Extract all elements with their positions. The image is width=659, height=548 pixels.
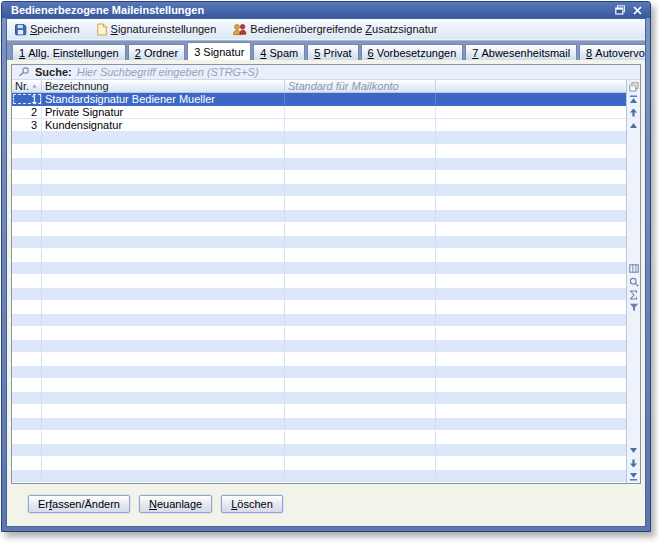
empty-cell (436, 301, 626, 314)
empty-cell (285, 366, 436, 378)
empty-cell (12, 171, 42, 184)
filter-button[interactable] (628, 302, 639, 313)
empty-cell (285, 340, 436, 352)
search-input[interactable]: Hier Suchbegriff eingeben (STRG+S) (77, 66, 259, 78)
empty-cell (285, 327, 436, 340)
neuanlage-button[interactable]: Neuanlage (139, 495, 212, 513)
erfassen-aendern-button[interactable]: Erfassen/Ändern (28, 495, 130, 513)
cell-bezeichnung[interactable]: Private Signatur (42, 106, 285, 118)
tab-signatur[interactable]: 3 Signatur (187, 42, 251, 60)
previous-row-button[interactable] (628, 120, 639, 131)
zoom-icon (629, 277, 639, 287)
save-floppy-icon (14, 23, 27, 36)
restore-icon (615, 5, 626, 15)
empty-grid-row (12, 249, 626, 262)
column-chooser-icon (629, 82, 639, 92)
table-row[interactable]: 2 Private Signatur (12, 106, 626, 119)
column-header-empty[interactable] (436, 80, 626, 92)
tab-autovervollstaendigung[interactable]: 8 Autovervollständigung (579, 44, 646, 60)
empty-cell (285, 431, 436, 444)
loeschen-button[interactable]: Löschen (221, 495, 283, 513)
next-row-button[interactable] (628, 445, 639, 456)
empty-grid-row (12, 236, 626, 249)
empty-cell (12, 184, 42, 196)
empty-cell (436, 444, 626, 456)
empty-cell (12, 132, 42, 144)
empty-cell (436, 249, 626, 262)
empty-cell (285, 470, 436, 482)
two-users-icon (232, 23, 247, 36)
empty-cell (12, 405, 42, 418)
empty-grid-row (12, 431, 626, 444)
triangle-down-icon (629, 447, 638, 454)
empty-cell (285, 236, 436, 248)
page-up-button[interactable] (628, 107, 639, 118)
grid-main: Nr. Bezeichnung Standard für Mailkonto (12, 80, 640, 483)
empty-grid-row (12, 392, 626, 405)
search-label: Suche: (35, 66, 72, 78)
empty-cell (436, 288, 626, 300)
empty-grid-row (12, 184, 626, 197)
cell-standard-mailkonto[interactable] (285, 93, 436, 105)
window-title: Bedienerbezogene Maileinstellungen (11, 4, 204, 16)
toolbar: Speichern Signatureinstellungen Bediener… (7, 19, 645, 40)
triangle-up-icon (629, 122, 638, 129)
empty-cell (436, 470, 626, 482)
zoom-button[interactable] (628, 276, 639, 287)
scroll-bottom-button[interactable] (628, 471, 639, 482)
empty-grid-row (12, 275, 626, 288)
empty-cell (436, 171, 626, 184)
empty-cell (436, 392, 626, 404)
table-row[interactable]: 1 Standardsignatur Bediener Mueller (12, 93, 626, 106)
cell-nr[interactable]: 2 (12, 106, 42, 118)
page-down-button[interactable] (628, 458, 639, 469)
empty-cell (436, 431, 626, 444)
tab-abwesenheitsmail[interactable]: 7 Abwesenheitsmail (465, 44, 577, 60)
empty-cell (285, 288, 436, 300)
signature-settings-button[interactable]: Signatureinstellungen (96, 23, 217, 36)
cell-bezeichnung[interactable]: Kundensignatur (42, 119, 285, 131)
column-header-nr[interactable]: Nr. (12, 80, 42, 92)
cell-nr[interactable]: 3 (12, 119, 42, 131)
empty-grid-row (12, 314, 626, 327)
table-header: Nr. Bezeichnung Standard für Mailkonto (12, 80, 626, 93)
sum-button[interactable] (628, 289, 639, 300)
empty-cell (285, 314, 436, 326)
empty-cell (42, 340, 285, 352)
empty-cell (285, 223, 436, 236)
save-button[interactable]: Speichern (14, 23, 80, 36)
cell-standard-mailkonto[interactable] (285, 119, 436, 131)
empty-grid-row (12, 470, 626, 483)
empty-cell (42, 379, 285, 392)
cross-operator-signature-button[interactable]: Bedienerübergreifende Zusatzsignatur (232, 23, 437, 36)
empty-grid-row (12, 418, 626, 431)
column-header-bezeichnung[interactable]: Bezeichnung (42, 80, 285, 92)
empty-cell (12, 418, 42, 430)
cell-bezeichnung[interactable]: Standardsignatur Bediener Mueller (42, 93, 285, 105)
card-view-button[interactable] (628, 263, 639, 274)
close-button[interactable] (630, 4, 645, 17)
tab-spam[interactable]: 4 Spam (253, 44, 305, 60)
empty-cell (285, 171, 436, 184)
tab-vorbesetzungen[interactable]: 6 Vorbesetzungen (361, 44, 464, 60)
filter-funnel-icon (629, 303, 639, 312)
tab-allg-einstellungen[interactable]: 1 Allg. Einstellungen (12, 44, 126, 60)
empty-grid-row (12, 262, 626, 275)
tab-privat[interactable]: 5 Privat (307, 44, 358, 60)
column-header-standard-mailkonto[interactable]: Standard für Mailkonto (285, 80, 436, 92)
search-bar[interactable]: Suche: Hier Suchbegriff eingeben (STRG+S… (12, 65, 640, 80)
empty-cell (436, 418, 626, 430)
cell-nr[interactable]: 1 (12, 93, 42, 105)
tab-ordner[interactable]: 2 Ordner (128, 44, 185, 60)
window-body: Speichern Signatureinstellungen Bediener… (6, 18, 646, 527)
empty-cell (436, 379, 626, 392)
scroll-top-button[interactable] (628, 94, 639, 105)
restore-button[interactable] (613, 4, 628, 17)
empty-cell (42, 145, 285, 158)
empty-cell (436, 405, 626, 418)
table-row[interactable]: 3 Kundensignatur (12, 119, 626, 132)
empty-cell (42, 249, 285, 262)
column-chooser-button[interactable] (628, 81, 639, 92)
empty-cell (436, 262, 626, 274)
cell-standard-mailkonto[interactable] (285, 106, 436, 118)
